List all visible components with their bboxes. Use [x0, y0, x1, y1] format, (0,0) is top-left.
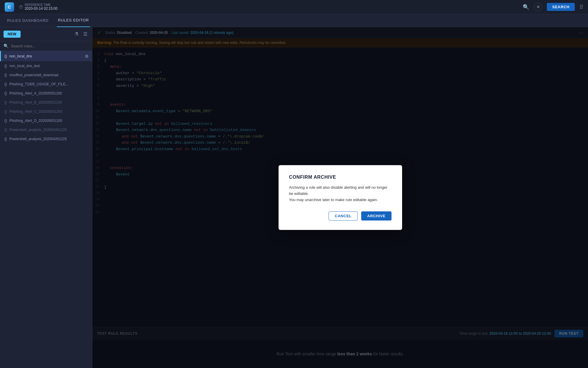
reference-time-value: 2020-03-14 02:15:00	[25, 6, 57, 11]
sidebar-rule-item[interactable]: {} Phishing_Alert_C_202005051200	[0, 107, 92, 116]
sidebar-rule-item[interactable]: {} non_local_dns_test	[0, 61, 92, 70]
sidebar-rules-list: {} non_local_dns ⊗ {} non_local_dns_test…	[0, 51, 92, 368]
rule-icon: {}	[4, 64, 7, 68]
rule-icon: {}	[4, 118, 7, 123]
rule-icon: {}	[4, 109, 7, 114]
rule-name: Phishing_Alert_D_202005051200	[9, 119, 89, 123]
sidebar-rule-item[interactable]: {} Phishing_Alert_A_202005051200	[0, 89, 92, 98]
search-button[interactable]: SEARCH	[547, 3, 575, 11]
cancel-button[interactable]: CANCEL	[329, 211, 358, 221]
close-icon[interactable]: ✕	[534, 3, 542, 11]
search-input[interactable]	[11, 44, 89, 48]
sidebar-rule-item[interactable]: {} Phishing_Alert_B_202005051200	[0, 98, 92, 107]
sidebar-rule-item[interactable]: {} non_local_dns ⊗	[0, 51, 92, 61]
search-icon[interactable]: 🔍	[523, 4, 529, 10]
rule-icon: {}	[4, 54, 7, 58]
rule-name: Phishing_T1805_USAGE_OF_FILE...	[9, 82, 89, 86]
new-rule-button[interactable]: NEW	[4, 31, 21, 38]
rule-name: Phishing_Alert_A_202005051200	[9, 91, 89, 95]
rule-icon: {}	[4, 82, 7, 86]
rule-name: Powershell_analysis_202004261225	[9, 128, 89, 132]
tab-rules-editor[interactable]: RULES EDITOR	[57, 14, 90, 27]
sidebar-rule-item[interactable]: {} Phishing_T1805_USAGE_OF_FILE...	[0, 79, 92, 89]
rule-name: msoffice_powershell_download	[9, 73, 89, 77]
sidebar-rule-item[interactable]: {} Powershell_analysis_202004261225	[0, 134, 92, 143]
rule-icon: {}	[4, 127, 7, 132]
rule-name: Phishing_Alert_C_202005051200	[9, 110, 89, 114]
tab-rules-dashboard[interactable]: RULES DASHBOARD	[6, 14, 50, 27]
sidebar: NEW ⚗ ☰ 🔍 {} non_local_dns ⊗ {} non_loca…	[0, 27, 92, 368]
reference-time-section: ⏱ REFERENCE TIME 2020-03-14 02:15:00	[19, 3, 57, 11]
archive-button[interactable]: ARCHIVE	[361, 211, 391, 221]
rule-name: Phishing_Alert_B_202005051200	[9, 100, 89, 105]
grid-icon[interactable]: ⠿	[579, 4, 583, 10]
modal-title: CONFIRM ARCHIVE	[289, 175, 392, 180]
rule-close-button[interactable]: ⊗	[85, 53, 89, 59]
rule-name: non_local_dns	[9, 54, 82, 58]
modal-body: Archiving a rule will also disable alert…	[289, 185, 392, 203]
rule-icon: {}	[4, 73, 7, 77]
confirm-archive-modal: CONFIRM ARCHIVE Archiving a rule will al…	[279, 165, 402, 230]
sidebar-rule-item[interactable]: {} msoffice_powershell_download	[0, 70, 92, 79]
nav-tabs: RULES DASHBOARD RULES EDITOR	[0, 14, 588, 27]
reference-time-label: REFERENCE TIME	[25, 3, 57, 6]
sidebar-toolbar: NEW ⚗ ☰	[0, 27, 92, 41]
modal-overlay[interactable]: CONFIRM ARCHIVE Archiving a rule will al…	[92, 27, 588, 368]
rule-icon: {}	[4, 137, 7, 141]
main-layout: NEW ⚗ ☰ 🔍 {} non_local_dns ⊗ {} non_loca…	[0, 27, 588, 368]
rule-name: Powershell_analysis_202004261225	[9, 137, 89, 141]
sidebar-rule-item[interactable]: {} Powershell_analysis_202004261225	[0, 125, 92, 134]
rule-name: non_local_dns_test	[9, 64, 89, 68]
content-area: ✓ Status: Disabled Created: 2020-04-20 L…	[92, 27, 588, 368]
sidebar-search: 🔍	[0, 41, 92, 51]
sort-icon-button[interactable]: ☰	[82, 30, 89, 38]
search-icon: 🔍	[4, 44, 9, 48]
modal-actions: CANCEL ARCHIVE	[289, 211, 392, 221]
sidebar-rule-item[interactable]: {} Phishing_Alert_D_202005051200	[0, 116, 92, 125]
rule-icon: {}	[4, 91, 7, 95]
filter-icon-button[interactable]: ⚗	[73, 30, 80, 38]
rule-icon: {}	[4, 100, 7, 105]
top-bar: C ⏱ REFERENCE TIME 2020-03-14 02:15:00 🔍…	[0, 0, 588, 14]
app-logo: C	[5, 2, 14, 12]
